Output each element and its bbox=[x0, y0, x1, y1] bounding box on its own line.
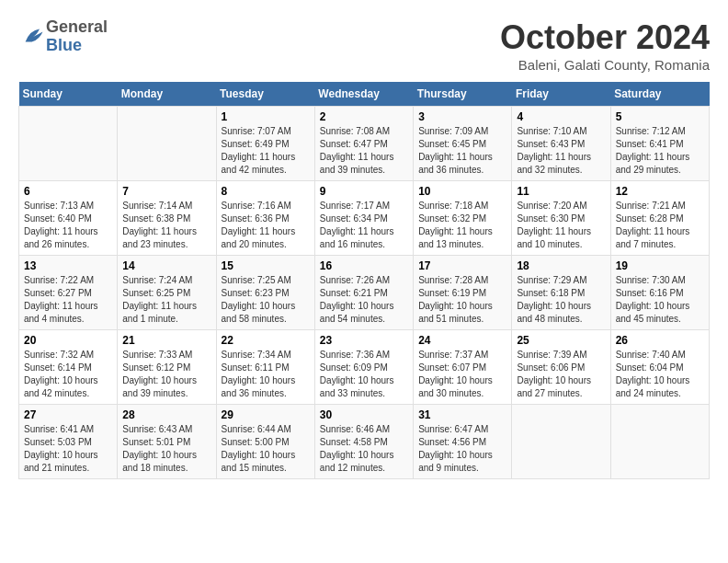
calendar-week-row: 13Sunrise: 7:22 AMSunset: 6:27 PMDayligh… bbox=[19, 256, 710, 330]
title-section: October 2024 Baleni, Galati County, Roma… bbox=[500, 18, 710, 73]
location-subtitle: Baleni, Galati County, Romania bbox=[500, 57, 710, 73]
day-of-week-header: Saturday bbox=[610, 82, 709, 107]
calendar-cell: 1Sunrise: 7:07 AMSunset: 6:49 PMDaylight… bbox=[216, 107, 314, 181]
day-info: Sunrise: 7:36 AMSunset: 6:09 PMDaylight:… bbox=[320, 349, 408, 400]
day-info: Sunrise: 7:40 AMSunset: 6:04 PMDaylight:… bbox=[616, 349, 704, 400]
day-info: Sunrise: 6:47 AMSunset: 4:56 PMDaylight:… bbox=[418, 423, 506, 475]
day-info: Sunrise: 7:20 AMSunset: 6:30 PMDaylight:… bbox=[517, 200, 605, 251]
calendar-cell: 14Sunrise: 7:24 AMSunset: 6:25 PMDayligh… bbox=[118, 256, 216, 330]
day-number: 9 bbox=[320, 185, 408, 198]
day-info: Sunrise: 6:43 AMSunset: 5:01 PMDaylight:… bbox=[122, 423, 210, 475]
day-number: 23 bbox=[320, 334, 408, 347]
day-info: Sunrise: 7:29 AMSunset: 6:18 PMDaylight:… bbox=[517, 274, 605, 326]
day-info: Sunrise: 7:13 AMSunset: 6:40 PMDaylight:… bbox=[24, 200, 112, 251]
calendar-cell: 19Sunrise: 7:30 AMSunset: 6:16 PMDayligh… bbox=[610, 256, 709, 330]
day-number: 14 bbox=[122, 259, 210, 272]
day-number: 15 bbox=[222, 259, 310, 272]
calendar-cell: 21Sunrise: 7:33 AMSunset: 6:12 PMDayligh… bbox=[118, 330, 216, 405]
calendar-cell bbox=[512, 405, 610, 479]
day-number: 2 bbox=[320, 110, 408, 123]
day-number: 27 bbox=[24, 408, 112, 421]
day-of-week-header: Wednesday bbox=[314, 82, 413, 107]
day-number: 28 bbox=[122, 408, 210, 421]
day-info: Sunrise: 7:25 AMSunset: 6:23 PMDaylight:… bbox=[222, 274, 310, 326]
day-info: Sunrise: 7:10 AMSunset: 6:43 PMDaylight:… bbox=[517, 125, 605, 177]
day-of-week-header: Sunday bbox=[19, 82, 118, 107]
day-info: Sunrise: 7:21 AMSunset: 6:28 PMDaylight:… bbox=[616, 200, 704, 251]
calendar-cell: 16Sunrise: 7:26 AMSunset: 6:21 PMDayligh… bbox=[314, 256, 413, 330]
day-of-week-header: Friday bbox=[512, 82, 610, 107]
day-number: 3 bbox=[418, 110, 506, 123]
day-number: 5 bbox=[616, 110, 704, 123]
calendar-cell: 13Sunrise: 7:22 AMSunset: 6:27 PMDayligh… bbox=[19, 256, 118, 330]
day-info: Sunrise: 7:08 AMSunset: 6:47 PMDaylight:… bbox=[320, 125, 408, 177]
day-info: Sunrise: 7:17 AMSunset: 6:34 PMDaylight:… bbox=[320, 200, 408, 251]
calendar-table: SundayMondayTuesdayWednesdayThursdayFrid… bbox=[18, 82, 710, 479]
day-info: Sunrise: 7:24 AMSunset: 6:25 PMDaylight:… bbox=[122, 274, 210, 326]
page-header: General Blue October 2024 Baleni, Galati… bbox=[18, 18, 710, 73]
calendar-cell: 31Sunrise: 6:47 AMSunset: 4:56 PMDayligh… bbox=[414, 405, 512, 479]
calendar-week-row: 20Sunrise: 7:32 AMSunset: 6:14 PMDayligh… bbox=[19, 330, 710, 405]
calendar-cell: 4Sunrise: 7:10 AMSunset: 6:43 PMDaylight… bbox=[512, 107, 610, 181]
calendar-cell: 24Sunrise: 7:37 AMSunset: 6:07 PMDayligh… bbox=[414, 330, 512, 405]
day-number: 1 bbox=[222, 110, 310, 123]
calendar-cell: 26Sunrise: 7:40 AMSunset: 6:04 PMDayligh… bbox=[610, 330, 709, 405]
calendar-cell: 8Sunrise: 7:16 AMSunset: 6:36 PMDaylight… bbox=[216, 181, 314, 256]
day-info: Sunrise: 7:09 AMSunset: 6:45 PMDaylight:… bbox=[418, 125, 506, 177]
day-number: 17 bbox=[418, 259, 506, 272]
logo: General Blue bbox=[18, 18, 108, 55]
day-number: 30 bbox=[320, 408, 408, 421]
day-info: Sunrise: 7:37 AMSunset: 6:07 PMDaylight:… bbox=[418, 349, 506, 400]
calendar-header-row: SundayMondayTuesdayWednesdayThursdayFrid… bbox=[19, 82, 710, 107]
calendar-cell: 5Sunrise: 7:12 AMSunset: 6:41 PMDaylight… bbox=[610, 107, 709, 181]
day-number: 21 bbox=[122, 334, 210, 347]
day-info: Sunrise: 7:28 AMSunset: 6:19 PMDaylight:… bbox=[418, 274, 506, 326]
calendar-cell: 18Sunrise: 7:29 AMSunset: 6:18 PMDayligh… bbox=[512, 256, 610, 330]
day-number: 29 bbox=[222, 408, 310, 421]
logo-text: General Blue bbox=[46, 18, 108, 55]
day-of-week-header: Tuesday bbox=[216, 82, 314, 107]
day-of-week-header: Thursday bbox=[414, 82, 512, 107]
day-info: Sunrise: 6:44 AMSunset: 5:00 PMDaylight:… bbox=[222, 423, 310, 475]
calendar-cell bbox=[118, 107, 216, 181]
month-title: October 2024 bbox=[500, 18, 710, 57]
calendar-cell: 30Sunrise: 6:46 AMSunset: 4:58 PMDayligh… bbox=[314, 405, 413, 479]
calendar-cell: 22Sunrise: 7:34 AMSunset: 6:11 PMDayligh… bbox=[216, 330, 314, 405]
calendar-cell: 28Sunrise: 6:43 AMSunset: 5:01 PMDayligh… bbox=[118, 405, 216, 479]
logo-blue: Blue bbox=[46, 37, 108, 55]
day-info: Sunrise: 7:16 AMSunset: 6:36 PMDaylight:… bbox=[222, 200, 310, 251]
calendar-cell: 11Sunrise: 7:20 AMSunset: 6:30 PMDayligh… bbox=[512, 181, 610, 256]
calendar-cell: 25Sunrise: 7:39 AMSunset: 6:06 PMDayligh… bbox=[512, 330, 610, 405]
calendar-cell: 23Sunrise: 7:36 AMSunset: 6:09 PMDayligh… bbox=[314, 330, 413, 405]
logo-icon bbox=[20, 24, 46, 50]
day-number: 12 bbox=[616, 185, 704, 198]
day-number: 19 bbox=[616, 259, 704, 272]
day-info: Sunrise: 7:34 AMSunset: 6:11 PMDaylight:… bbox=[222, 349, 310, 400]
day-number: 13 bbox=[24, 259, 112, 272]
calendar-cell bbox=[19, 107, 118, 181]
calendar-cell: 9Sunrise: 7:17 AMSunset: 6:34 PMDaylight… bbox=[314, 181, 413, 256]
day-number: 25 bbox=[517, 334, 605, 347]
day-info: Sunrise: 7:22 AMSunset: 6:27 PMDaylight:… bbox=[24, 274, 112, 326]
day-number: 7 bbox=[122, 185, 210, 198]
day-info: Sunrise: 7:30 AMSunset: 6:16 PMDaylight:… bbox=[616, 274, 704, 326]
day-info: Sunrise: 7:07 AMSunset: 6:49 PMDaylight:… bbox=[222, 125, 310, 177]
calendar-cell: 2Sunrise: 7:08 AMSunset: 6:47 PMDaylight… bbox=[314, 107, 413, 181]
calendar-cell: 15Sunrise: 7:25 AMSunset: 6:23 PMDayligh… bbox=[216, 256, 314, 330]
calendar-cell: 7Sunrise: 7:14 AMSunset: 6:38 PMDaylight… bbox=[118, 181, 216, 256]
day-of-week-header: Monday bbox=[118, 82, 216, 107]
day-info: Sunrise: 7:12 AMSunset: 6:41 PMDaylight:… bbox=[616, 125, 704, 177]
day-number: 20 bbox=[24, 334, 112, 347]
day-info: Sunrise: 7:18 AMSunset: 6:32 PMDaylight:… bbox=[418, 200, 506, 251]
day-number: 11 bbox=[517, 185, 605, 198]
day-info: Sunrise: 7:14 AMSunset: 6:38 PMDaylight:… bbox=[122, 200, 210, 251]
day-info: Sunrise: 7:32 AMSunset: 6:14 PMDaylight:… bbox=[24, 349, 112, 400]
day-number: 24 bbox=[418, 334, 506, 347]
day-info: Sunrise: 6:46 AMSunset: 4:58 PMDaylight:… bbox=[320, 423, 408, 475]
day-info: Sunrise: 6:41 AMSunset: 5:03 PMDaylight:… bbox=[24, 423, 112, 475]
day-number: 22 bbox=[222, 334, 310, 347]
calendar-cell: 10Sunrise: 7:18 AMSunset: 6:32 PMDayligh… bbox=[414, 181, 512, 256]
day-number: 6 bbox=[24, 185, 112, 198]
day-number: 4 bbox=[517, 110, 605, 123]
calendar-week-row: 1Sunrise: 7:07 AMSunset: 6:49 PMDaylight… bbox=[19, 107, 710, 181]
